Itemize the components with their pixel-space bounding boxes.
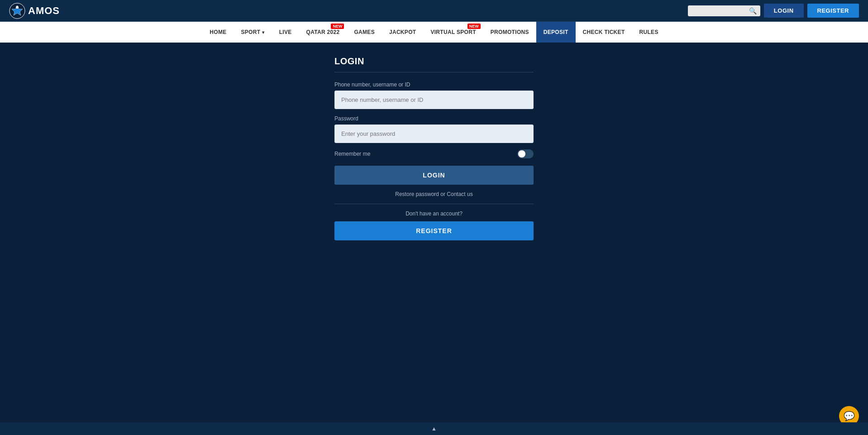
nav-label-check-ticket: CHECK TICKET: [583, 29, 625, 35]
header-right: 🔍 LOGIN REGISTER: [688, 4, 859, 18]
logo-icon: [9, 3, 25, 19]
virtual-badge: NEW: [467, 24, 481, 29]
nav-label-home: HOME: [210, 29, 226, 35]
nav-item-promotions[interactable]: PROMOTIONS: [483, 22, 536, 43]
login-container: LOGIN Phone number, username or ID Passw…: [334, 56, 534, 418]
search-box[interactable]: 🔍: [688, 5, 760, 16]
header-login-button[interactable]: LOGIN: [764, 4, 804, 18]
nav-item-deposit[interactable]: DEPOSIT: [536, 22, 576, 43]
nav-item-live[interactable]: LIVE: [272, 22, 299, 43]
nav-item-rules[interactable]: RULES: [632, 22, 666, 43]
header-register-button[interactable]: REGISTER: [807, 4, 859, 18]
logo-text: AMOS: [28, 5, 60, 17]
nav-item-check-ticket[interactable]: CHECK TICKET: [576, 22, 632, 43]
nav-item-games[interactable]: GAMES: [347, 22, 382, 43]
username-label: Phone number, username or ID: [334, 81, 534, 88]
nav-label-sport: SPORT: [241, 29, 261, 35]
nav-item-virtual-sport[interactable]: NEW VIRTUAL SPORT: [423, 22, 483, 43]
qatar-badge: NEW: [331, 24, 344, 29]
search-input[interactable]: [692, 7, 749, 14]
remember-label: Remember me: [334, 151, 370, 157]
chat-icon: 💬: [844, 411, 855, 421]
nav-label-games: GAMES: [354, 29, 375, 35]
username-input[interactable]: [334, 91, 534, 109]
form-divider: [334, 204, 534, 204]
nav-item-jackpot[interactable]: JACKPOT: [382, 22, 423, 43]
password-label: Password: [334, 115, 534, 122]
remember-row: Remember me: [334, 149, 534, 158]
nav-item-home[interactable]: HOME: [202, 22, 234, 43]
nav-label-promotions: PROMOTIONS: [491, 29, 529, 35]
restore-password-link[interactable]: Restore password or Contact us: [334, 191, 534, 197]
logo[interactable]: AMOS: [9, 3, 60, 19]
nav-item-sport[interactable]: SPORT ▾: [234, 22, 272, 43]
nav-label-jackpot: JACKPOT: [389, 29, 416, 35]
sport-chevron-icon: ▾: [262, 30, 264, 35]
login-button[interactable]: LOGIN: [334, 166, 534, 185]
no-account-text: Don't have an account?: [334, 210, 534, 217]
nav-item-qatar[interactable]: NEW QATAR 2022: [299, 22, 347, 43]
nav-label-qatar: QATAR 2022: [306, 29, 340, 35]
nav-label-rules: RULES: [639, 29, 658, 35]
nav-label-live: LIVE: [279, 29, 292, 35]
main-content: LOGIN Phone number, username or ID Passw…: [0, 43, 868, 432]
nav-label-virtual-sport: VIRTUAL SPORT: [430, 29, 476, 35]
login-title: LOGIN: [334, 56, 534, 67]
login-divider: [334, 72, 534, 72]
header: AMOS 🔍 LOGIN REGISTER: [0, 0, 868, 22]
footer-bar: ▲: [0, 422, 868, 435]
toggle-knob: [518, 150, 525, 158]
footer-chevron-icon[interactable]: ▲: [431, 425, 437, 432]
navbar: HOME SPORT ▾ LIVE NEW QATAR 2022 GAMES J…: [0, 22, 868, 43]
search-icon-button[interactable]: 🔍: [749, 7, 757, 14]
svg-point-2: [16, 6, 19, 9]
remember-toggle[interactable]: [517, 149, 534, 158]
password-input[interactable]: [334, 124, 534, 143]
register-button[interactable]: REGISTER: [334, 221, 534, 240]
nav-label-deposit: DEPOSIT: [544, 29, 568, 35]
